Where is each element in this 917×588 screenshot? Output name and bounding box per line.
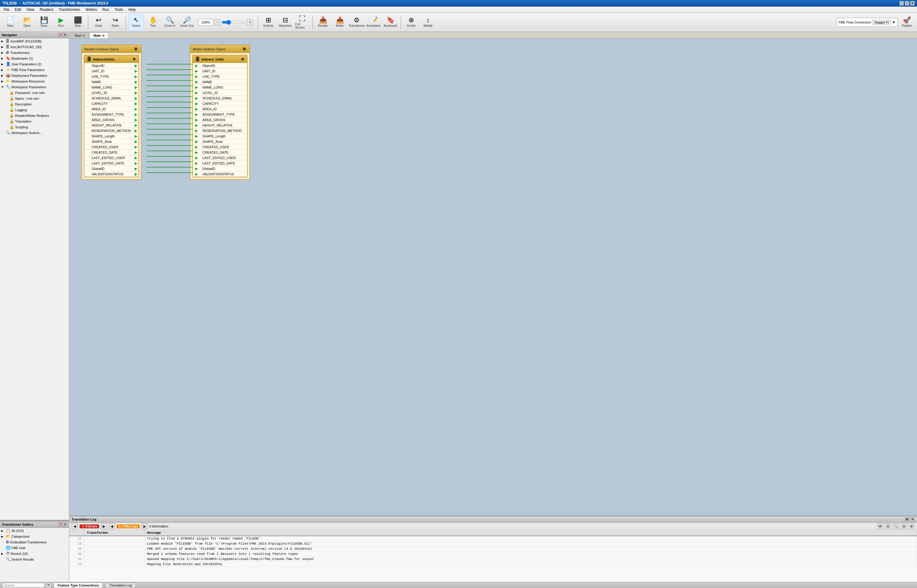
reader-ft-gear[interactable]: ⚙: [132, 57, 136, 61]
log-prev-button[interactable]: ◀: [72, 523, 78, 529]
menu-edit[interactable]: Edit: [12, 7, 24, 12]
reader-ft-box-header[interactable]: 🗄 Indoors/Units ⚙: [84, 55, 139, 63]
zoom-slider[interactable]: [222, 20, 246, 25]
menu-writers[interactable]: Writers: [83, 7, 99, 12]
nav-item-filegdb[interactable]: ▶ 🗄 fromMDF [FILEGDB]: [0, 38, 69, 44]
menu-view[interactable]: View: [24, 7, 37, 12]
search-input[interactable]: [2, 583, 45, 588]
flow-dropdown-icon[interactable]: ▼: [892, 20, 896, 24]
redo-label: Redo: [112, 24, 119, 27]
nav-item-user-params[interactable]: ▶ 👤 User Parameters (2): [0, 61, 69, 67]
minimize-button[interactable]: ─: [899, 1, 904, 5]
fullscreen-button[interactable]: ⛶ Full Screen: [294, 14, 310, 31]
log-search-button[interactable]: 🔍: [893, 523, 899, 529]
gallery-item-search-results[interactable]: 🔍 Search Results: [0, 556, 69, 562]
nav-item-translation[interactable]: 🔒 Translation: [0, 118, 69, 124]
publish-icon: 🚀: [903, 17, 911, 24]
log-list-button[interactable]: ☰: [885, 523, 891, 529]
menu-transformers[interactable]: Transformers: [57, 7, 82, 12]
stop-button[interactable]: ⬛ Stop: [70, 14, 86, 31]
center-button[interactable]: ⊕ Center: [404, 14, 419, 31]
tab-main-close[interactable]: ✕: [102, 34, 105, 37]
gallery-item-categorized[interactable]: ▶ 📂 Categorized: [0, 533, 69, 539]
writer-ft-gear[interactable]: ⚙: [241, 57, 245, 61]
gallery-item-recent[interactable]: ▶ ⏱ Recent (10): [0, 551, 69, 556]
nav-item-name[interactable]: 🔒 Name: <not set>: [0, 95, 69, 101]
menu-tools[interactable]: Tools: [112, 7, 125, 12]
save-button[interactable]: 💾 Save: [36, 14, 52, 31]
reader-field-name: LAST_EDITED_DATE: [92, 162, 124, 165]
maximize-button[interactable]: ⊟ Maximize: [278, 14, 293, 31]
nav-item-reader-writer[interactable]: 🔒 Reader/Writer Redirect: [0, 113, 69, 118]
log-warn-next-button[interactable]: ▶: [142, 523, 148, 529]
redo-button[interactable]: ↪ Redo: [108, 14, 123, 31]
log-next-button[interactable]: ▶: [101, 523, 107, 529]
writer-ft-box-header[interactable]: 🗄 Indoors_Units ⚙: [193, 55, 247, 63]
gallery-item-all[interactable]: ▶ 📋 All (510): [0, 528, 69, 533]
nav-item-workspace-params[interactable]: ▼ 🔧 Workspace Parameters: [0, 84, 69, 90]
close-button[interactable]: ✕: [911, 1, 915, 5]
transformer-button[interactable]: ⚙ Transformer: [349, 14, 365, 31]
nav-item-scripting[interactable]: 🔒 Scripting: [0, 124, 69, 130]
nav-label-filegdb: fromMDF [FILEGDB]: [11, 39, 41, 43]
menu-readers[interactable]: Readers: [37, 7, 56, 12]
middle-button[interactable]: ↕ Middle: [420, 14, 436, 31]
log-info-area: ℹ Information: [149, 525, 168, 528]
annotation-button[interactable]: 📝 Annotation: [366, 14, 381, 31]
bookmark-button[interactable]: 🔖 Bookmark: [383, 14, 398, 31]
gallery-item-fme-hub[interactable]: 🌐 FME Hub: [0, 545, 69, 551]
gallery-pin-button[interactable]: 📌: [58, 522, 62, 527]
zoom-out-button[interactable]: 🔎 Zoom Out: [179, 14, 195, 31]
log-word-wrap-button[interactable]: W: [877, 523, 883, 529]
writer-field-name: LAST_EDITED_USER: [200, 156, 236, 160]
log-close-button[interactable]: ✕: [911, 517, 915, 522]
restore-button[interactable]: □: [905, 1, 909, 5]
writer-section-gear[interactable]: ⚙: [242, 46, 247, 52]
tab-start[interactable]: Start ✕: [71, 32, 89, 38]
window-controls: ─ □ ✕: [899, 1, 915, 5]
nav-item-deployment[interactable]: ▶ 📦 Deployment Parameters: [0, 73, 69, 78]
reader-button[interactable]: 📥 Reader: [315, 14, 331, 31]
navigator-pin-button[interactable]: 📌: [58, 33, 62, 37]
status-tab-translation-log[interactable]: Translation Log: [105, 583, 136, 588]
new-button[interactable]: 📄 New: [2, 14, 18, 31]
canvas[interactable]: Reader Feature Types ⚙ 🗄 Indoors/Units ⚙…: [69, 39, 917, 516]
select-button[interactable]: ↖ Select: [128, 14, 144, 31]
undo-button[interactable]: ↩ Undo: [91, 14, 107, 31]
nav-item-description[interactable]: 🔒 Description: [0, 101, 69, 107]
zoom-input[interactable]: [198, 19, 213, 26]
pan-button[interactable]: ✋ Pan: [145, 14, 161, 31]
refresh-button[interactable]: ↻: [46, 583, 51, 588]
nav-item-password[interactable]: 🔒 Password: <not set>: [0, 90, 69, 95]
log-maximize-button[interactable]: ⊞: [905, 517, 909, 522]
writer-button[interactable]: 📤 Writer: [332, 14, 348, 31]
status-tab-feature-type[interactable]: Feature Type Connections: [53, 583, 103, 588]
nav-item-fme-flow[interactable]: ▶ ⚡ FME Flow Parameters: [0, 67, 69, 73]
menu-file[interactable]: File: [1, 7, 12, 12]
navigator-close-button[interactable]: ✕: [63, 33, 67, 37]
tab-main[interactable]: Main ✕: [89, 32, 108, 38]
tab-start-close[interactable]: ✕: [82, 34, 85, 37]
log-warn-prev-button[interactable]: ◀: [109, 523, 115, 529]
open-button[interactable]: 📂 Open: [19, 14, 35, 31]
menu-run[interactable]: Run: [100, 7, 111, 12]
reader-section-gear[interactable]: ⚙: [133, 46, 139, 52]
nav-item-logging[interactable]: 🔒 Logging: [0, 107, 69, 113]
gallery-item-embedded[interactable]: ⚙ Embedded Transformers: [0, 539, 69, 545]
menu-help[interactable]: Help: [126, 7, 138, 12]
gallery-close-button[interactable]: ✕: [63, 522, 67, 527]
publish-button[interactable]: 🚀 Publish: [899, 14, 915, 31]
log-settings-button[interactable]: ⚙: [909, 523, 915, 529]
zoom-plus-button[interactable]: +: [247, 19, 253, 25]
writer-arrow-left: ▶: [195, 112, 198, 116]
nav-item-workspace-resources[interactable]: ▶ 📁 Workspace Resources: [0, 78, 69, 84]
zoom-in-button[interactable]: 🔍 Zoom In: [162, 14, 178, 31]
nav-item-transformers[interactable]: ▶ ⚙ Transformers: [0, 50, 69, 55]
log-filter-button[interactable]: ⊟: [901, 523, 907, 529]
run-button[interactable]: ▶ Run: [53, 14, 69, 31]
extents-button[interactable]: ⊞ Extents: [261, 14, 276, 31]
zoom-minus-button[interactable]: −: [215, 19, 221, 25]
nav-item-workspace-search[interactable]: 🔍 Workspace Search...: [0, 130, 69, 136]
nav-item-autocad[interactable]: ▶ 🗄 test [AUTOCAD_OD]: [0, 44, 69, 50]
nav-item-bookmarks[interactable]: ▶ 🔖 Bookmarks (2): [0, 55, 69, 61]
